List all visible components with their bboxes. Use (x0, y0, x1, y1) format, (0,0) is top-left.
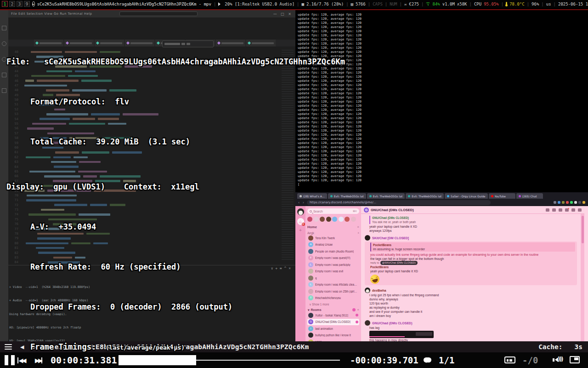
battery-status: 96% (531, 2, 539, 6)
workspace-button[interactable]: 2 (9, 1, 15, 7)
desktop: 1239 ▶ sCe2K5uSakRHE8bOS9LUgs06tAsbHA4ch… (0, 0, 588, 368)
browser-tab[interactable]: Evli: TheWebOSGs lat (406, 193, 444, 199)
skull-icon: ☠ (404, 2, 407, 6)
cpu-status: 95.05% (484, 2, 499, 6)
extension-icon[interactable] (574, 201, 577, 204)
notifications-icon[interactable] (565, 208, 569, 212)
extension-icon[interactable] (554, 201, 556, 204)
volume-status: 20% [1:Realtek USB2.0 Audio] (225, 2, 294, 6)
keyboard-layout: us (546, 2, 551, 6)
chat-scrollbar[interactable] (581, 214, 584, 341)
vscode-title-bar: File Edit Selection View Go Run Terminal… (8, 10, 295, 17)
cache-label: Cache: (538, 343, 562, 351)
subtitle-track-count: -/0 (522, 355, 538, 365)
stats-line: Refresh Rate: 60 Hz (specified) (30, 262, 402, 273)
extension-icon[interactable] (582, 201, 585, 204)
money-status: €275 (409, 2, 419, 6)
debug-icon[interactable] (2, 73, 6, 77)
wifi-icon (426, 2, 430, 6)
explorer-icon[interactable] (2, 26, 6, 30)
cache-value: 3s (575, 343, 582, 351)
wifi-status: 84% (432, 2, 440, 6)
search-icon[interactable] (2, 41, 6, 46)
voice-call-icon[interactable] (552, 208, 556, 212)
extension-icon[interactable] (562, 201, 565, 204)
workspace-button[interactable]: 3 (17, 1, 23, 7)
extension-icon[interactable] (558, 201, 560, 204)
thermometer-icon (506, 2, 507, 6)
playlist-position: 1/1 (439, 355, 454, 365)
chat-search-icon[interactable] (578, 208, 582, 212)
net-up: ∧58K (457, 2, 467, 6)
temp-status: 78.0°C (509, 2, 525, 6)
speaker-icon (218, 2, 222, 6)
pin-icon[interactable] (559, 208, 562, 212)
workspace-list: 1239 (2, 1, 30, 7)
volume-icon[interactable]: ))) (553, 356, 564, 364)
stats-line: File: sCe2K5uSakRHE8bOS9LUgs06tAsbHA4chr… (6, 57, 402, 68)
disk-icon: ▤ (351, 2, 353, 6)
playlist-icon[interactable] (424, 357, 431, 362)
play-indicator-icon: ▶ (32, 1, 35, 6)
stats-line: Display: gpu (LVDS1) Context: x11egl (6, 182, 402, 193)
disk-status: 5766 (356, 2, 366, 6)
subtitle-icon[interactable] (504, 356, 515, 363)
window-controls[interactable]: — □ × (273, 12, 295, 16)
mpv-stats-overlay: File: sCe2K5uSakRHE8bOS9LUgs06tAsbHA4chr… (6, 17, 402, 368)
vscode-menu-bar[interactable]: File Edit Selection View Go Run Terminal… (8, 12, 92, 16)
browser-tab[interactable]: YouTube (489, 193, 515, 199)
stats-line: Dropped Frames: 0 (decoder) 2866 (output… (30, 302, 402, 313)
member-list-icon[interactable] (571, 208, 575, 212)
stats-line: Frame Timings: (last/average/peak μs) (30, 342, 402, 353)
workspace-button[interactable]: 9 (24, 1, 30, 7)
stats-line: Format/Protocol: flv (30, 97, 402, 108)
caps-indicator: CAPS (373, 2, 383, 6)
browser-tab[interactable]: (265) Chat (516, 193, 543, 199)
extension-icon[interactable] (578, 201, 581, 204)
extension-icons (554, 201, 585, 204)
source-control-icon[interactable] (2, 57, 6, 62)
video-call-icon[interactable] (546, 208, 549, 212)
stats-line: A-V: +35.0494 (30, 222, 402, 233)
net-down: ∨1.0M (442, 2, 455, 6)
favicon (519, 195, 521, 197)
extension-icon[interactable] (566, 201, 569, 204)
stats-line: Total Cache: 39.20 MiB (3.1 sec) (30, 137, 402, 148)
workspace-button[interactable]: 1 (2, 1, 8, 7)
clock: 2025-06-15 17:07:28 (558, 2, 588, 6)
fullscreen-icon[interactable] (570, 356, 580, 363)
num-indicator: NUM (390, 2, 397, 6)
vscode-command-center[interactable] (119, 12, 198, 16)
favicon (447, 195, 449, 197)
status-bar: 1239 ▶ sCe2K5uSakRHE8bOS9LUgs06tAsbHA4ch… (0, 0, 588, 8)
browser-tab[interactable]: SaSer - Orgy Linux Guide (445, 193, 487, 199)
memory-icon: ▦ (301, 2, 304, 6)
extensions-icon[interactable] (2, 88, 6, 93)
statusbar-window-title: sCe2K5uSakRHE8bOS9LUgs06tAsbHA4chragabAH… (37, 2, 211, 6)
memory-status: 2.16/7.76 (28%) (306, 2, 344, 6)
extension-icon[interactable] (570, 201, 573, 204)
favicon (408, 195, 410, 197)
favicon (491, 195, 493, 197)
cpu-label: CPU (474, 2, 481, 6)
